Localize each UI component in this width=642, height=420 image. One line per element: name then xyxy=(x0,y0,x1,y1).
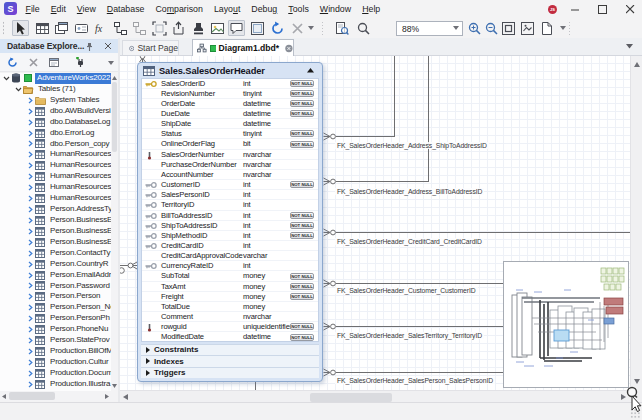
canvas-vertical-scrollbar[interactable] xyxy=(630,56,642,390)
column-row-customerid[interactable]: CustomerIDintNOT NULL xyxy=(142,180,318,190)
relation-label[interactable]: FK_SalesOrderHeader_SalesTerritory_Terri… xyxy=(335,332,484,339)
chevron-right-icon[interactable] xyxy=(26,304,35,311)
tree-item-person-phonenu[interactable]: Person.PhoneNu xyxy=(0,324,111,335)
tree-item-humanresources[interactable]: HumanResources xyxy=(0,149,111,160)
tree-item-person-password[interactable]: Person.Password xyxy=(0,281,111,292)
chevron-right-icon[interactable] xyxy=(26,337,35,344)
page-setup-icon[interactable] xyxy=(538,20,555,36)
column-row-salesorderid[interactable]: SalesOrderIDintNOT NULL xyxy=(142,79,318,89)
menu-file[interactable]: File xyxy=(20,4,45,14)
properties-window-icon[interactable] xyxy=(47,55,62,70)
tree-item-production-billofm[interactable]: Production.BillOfM xyxy=(0,346,111,357)
column-row-shipdate[interactable]: ShipDatedatetime xyxy=(142,119,318,129)
relation-label[interactable]: FK_SalesOrderHeader_CreditCard_CreditCar… xyxy=(335,238,484,245)
chevron-right-icon[interactable] xyxy=(26,217,35,224)
new-procedure-icon[interactable]: fx xyxy=(92,20,109,36)
chevron-right-icon[interactable] xyxy=(26,108,35,115)
section-expand-icon[interactable] xyxy=(146,358,150,364)
zoom-in-icon[interactable] xyxy=(466,20,483,36)
pin-icon[interactable] xyxy=(85,42,94,52)
chevron-right-icon[interactable] xyxy=(26,293,35,300)
column-row-freight[interactable]: FreightmoneyNOT NULL xyxy=(142,292,318,302)
fit-selection-icon[interactable] xyxy=(519,20,536,36)
menu-layout[interactable]: Layout xyxy=(208,4,245,14)
chevron-right-icon[interactable] xyxy=(26,239,35,246)
tree-item-dbo-errorlog[interactable]: dbo.ErrorLog xyxy=(0,128,111,139)
column-row-salespersonid[interactable]: SalesPersonIDint xyxy=(142,190,318,200)
menu-edit[interactable]: Edit xyxy=(45,4,71,14)
chevron-right-icon[interactable] xyxy=(26,173,35,180)
column-row-comment[interactable]: Commentnvarchar xyxy=(142,312,318,322)
menu-database[interactable]: Database xyxy=(101,4,150,14)
tree-item-tables-71-[interactable]: Tables (71) xyxy=(0,84,111,95)
user-avatar[interactable]: JS xyxy=(548,5,557,14)
toolbar-caret-icon[interactable] xyxy=(306,20,316,36)
disconnect-icon[interactable] xyxy=(26,55,41,70)
tree-item-humanresources[interactable]: HumanResources xyxy=(0,193,111,204)
entity-salesorderheader[interactable]: Sales.SalesOrderHeader SalesOrderIDintNO… xyxy=(137,62,323,382)
tree-item-dbo-databaselog[interactable]: dbo.DatabaseLog xyxy=(0,117,111,128)
tree-vertical-scrollbar[interactable] xyxy=(111,73,118,391)
column-row-shipmethodid[interactable]: ShipMethodIDintNOT NULL xyxy=(142,231,318,241)
new-container-icon[interactable] xyxy=(151,20,168,36)
tree-item-dbo-person-copy[interactable]: dbo.Person_copy xyxy=(0,139,111,150)
toolbar-grip[interactable] xyxy=(2,21,5,35)
section-expand-icon[interactable] xyxy=(146,347,150,353)
column-row-salesordernumber[interactable]: SalesOrderNumbernvarchar xyxy=(142,150,318,160)
chevron-right-icon[interactable] xyxy=(26,162,35,169)
tree-item-humanresources[interactable]: HumanResources xyxy=(0,160,111,171)
tree-item-humanresources[interactable]: HumanResources xyxy=(0,171,111,182)
minimize-button[interactable] xyxy=(562,0,588,18)
export-icon[interactable] xyxy=(170,20,187,36)
tree-horizontal-scrollbar[interactable] xyxy=(0,391,111,401)
column-row-taxamt[interactable]: TaxAmtmoneyNOT NULL xyxy=(142,282,318,292)
tab-start-page[interactable]: Start Page xyxy=(122,40,179,55)
chevron-right-icon[interactable] xyxy=(26,130,35,137)
column-row-status[interactable]: StatustinyintNOT NULL xyxy=(142,129,318,139)
chevron-down-icon[interactable] xyxy=(14,87,23,92)
chevron-right-icon[interactable] xyxy=(26,184,35,191)
menu-view[interactable]: View xyxy=(71,4,101,14)
tree-item-person-businesse[interactable]: Person.BusinessE xyxy=(0,215,111,226)
tree-item-person-businesse[interactable]: Person.BusinessE xyxy=(0,226,111,237)
menu-tools[interactable]: Tools xyxy=(283,4,315,14)
tree-item-person-addressty[interactable]: Person.AddressTy xyxy=(0,204,111,215)
relation-label[interactable]: FK_SalesOrderHeader_Customer_CustomerID xyxy=(335,287,478,294)
new-view-icon[interactable] xyxy=(53,20,70,36)
column-row-duedate[interactable]: DueDatedatetimeNOT NULL xyxy=(142,109,318,119)
menu-window[interactable]: Window xyxy=(314,4,356,14)
tab-list-caret-icon[interactable] xyxy=(626,44,633,49)
select-tool-icon[interactable] xyxy=(12,20,29,36)
tree-item-person-businesse[interactable]: Person.BusinessE xyxy=(0,237,111,248)
picture-frame-icon[interactable] xyxy=(249,20,266,36)
chevron-right-icon[interactable] xyxy=(26,228,35,235)
column-row-purchaseordernumber[interactable]: PurchaseOrderNumbernvarchar xyxy=(142,160,318,170)
tree-item-person-person[interactable]: Person.Person xyxy=(0,291,111,302)
delete-icon[interactable] xyxy=(289,20,306,36)
refresh-diagram-icon[interactable] xyxy=(269,20,286,36)
chevron-right-icon[interactable] xyxy=(26,195,35,202)
stamp-icon[interactable] xyxy=(190,20,207,36)
chevron-right-icon[interactable] xyxy=(26,370,35,377)
fit-to-window-icon[interactable] xyxy=(500,20,517,36)
column-row-currencyrateid[interactable]: CurrencyRateIDint xyxy=(142,261,318,271)
column-row-creditcardapprovalcode[interactable]: CreditCardApprovalCodevarchar xyxy=(142,251,318,261)
relation-label[interactable]: FK_SalesOrderHeader_SalesPerson_SalesPer… xyxy=(335,377,495,384)
explorer-close-icon[interactable] xyxy=(104,42,112,50)
tree-item-production-cultur[interactable]: Production.Cultur xyxy=(0,357,111,368)
diagram-canvas[interactable]: Sales.SalesOrderHeader SalesOrderIDintNO… xyxy=(120,56,630,390)
chevron-down-icon[interactable] xyxy=(2,76,11,81)
chevron-right-icon[interactable] xyxy=(26,250,35,257)
new-virtual-relation-icon[interactable] xyxy=(131,20,148,36)
column-row-modifieddate[interactable]: ModifiedDatedatetimeNOT NULL xyxy=(142,332,318,342)
tree-item-person-contactty[interactable]: Person.ContactTy xyxy=(0,248,111,259)
tree-item-adventureworks2022[interactable]: AdventureWorks2022 xyxy=(0,73,111,84)
column-row-orderdate[interactable]: OrderDatedatetimeNOT NULL xyxy=(142,99,318,109)
entity-header[interactable]: Sales.SalesOrderHeader xyxy=(140,64,320,78)
chevron-right-icon[interactable] xyxy=(26,97,35,104)
print-preview-icon[interactable] xyxy=(333,20,350,36)
tab-close-icon[interactable] xyxy=(285,44,293,53)
column-row-territoryid[interactable]: TerritoryIDint xyxy=(142,200,318,210)
chevron-right-icon[interactable] xyxy=(26,151,35,158)
menu-debug[interactable]: Debug xyxy=(246,4,283,14)
